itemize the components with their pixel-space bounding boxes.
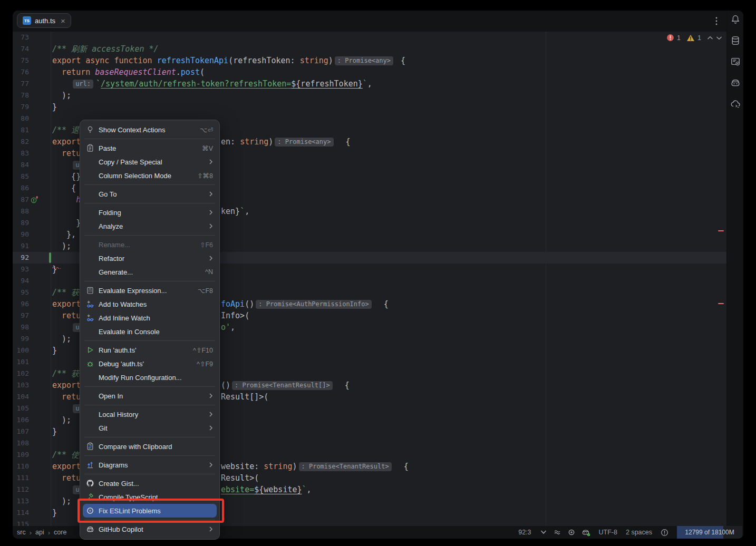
menu-item-add-to-watches[interactable]: Add to Watches: [80, 297, 219, 311]
line-number[interactable]: 85: [13, 171, 29, 182]
line-number[interactable]: 82: [13, 136, 29, 148]
indent-style[interactable]: 2 spaces: [626, 529, 652, 536]
code-line[interactable]: 75export async function refreshTokenApi(…: [13, 55, 726, 66]
line-number[interactable]: 74: [13, 43, 29, 55]
line-number[interactable]: 102: [13, 368, 29, 379]
line-number[interactable]: 88: [13, 206, 29, 217]
line-number[interactable]: 96: [13, 298, 29, 310]
eslint-status-icon[interactable]: [568, 529, 575, 536]
line-number[interactable]: 80: [13, 113, 29, 124]
line-number[interactable]: 100: [13, 345, 29, 356]
line-number[interactable]: 107: [13, 426, 29, 437]
inspection-status-icon[interactable]: [661, 529, 668, 537]
line-number[interactable]: 113: [13, 495, 29, 507]
line-number[interactable]: 75: [13, 55, 29, 66]
error-stripe-mark[interactable]: [718, 230, 724, 231]
menu-item-compare-with-clipboard[interactable]: Compare with Clipboard: [80, 440, 219, 453]
menu-item-analyze[interactable]: Analyze: [80, 219, 219, 233]
menu-item-add-inline-watch[interactable]: Add Inline Watch: [80, 311, 219, 325]
tab-close-icon[interactable]: ×: [61, 17, 65, 25]
vcs-update-icon[interactable]: [540, 529, 547, 536]
line-number[interactable]: 104: [13, 391, 29, 403]
line-number[interactable]: 111: [13, 472, 29, 484]
error-icon[interactable]: [666, 34, 674, 42]
menu-item-evaluate-in-console[interactable]: Evaluate in Console: [80, 325, 219, 338]
line-number[interactable]: 83: [13, 148, 29, 159]
code-line[interactable]: 74/** 刷新 accessToken */: [13, 43, 726, 55]
breadcrumb-api[interactable]: api: [35, 529, 44, 536]
code-line[interactable]: 73: [13, 32, 726, 43]
menu-item-fix-eslint-problems[interactable]: Fix ESLint Problems: [83, 504, 217, 518]
caret-position[interactable]: 92:3: [518, 529, 531, 536]
line-number[interactable]: 98: [13, 321, 29, 333]
waves-icon[interactable]: [554, 529, 561, 536]
line-number[interactable]: 79: [13, 101, 29, 113]
line-number[interactable]: 114: [13, 507, 29, 519]
code-line[interactable]: 76 return baseRequestClient.post(: [13, 66, 726, 78]
menu-item-modify-run-configuration[interactable]: Modify Run Configuration...: [80, 370, 219, 384]
error-stripe-mark[interactable]: [718, 303, 724, 304]
line-number[interactable]: 94: [13, 275, 29, 287]
menu-item-compile-typescript[interactable]: Compile TypeScript: [80, 490, 219, 504]
menu-item-show-context-actions[interactable]: Show Context Actions⌥⏎: [80, 123, 219, 136]
line-number[interactable]: 93: [13, 264, 29, 275]
notes-panel-icon[interactable]: [730, 56, 741, 67]
menu-item-evaluate-expression[interactable]: Evaluate Expression...⌥F8: [80, 284, 219, 297]
breadcrumb-src[interactable]: src: [17, 529, 26, 536]
database-icon[interactable]: [730, 35, 741, 46]
line-number[interactable]: 110: [13, 461, 29, 472]
line-number[interactable]: 97: [13, 310, 29, 321]
line-number[interactable]: 101: [13, 356, 29, 368]
menu-item-open-in[interactable]: Open In: [80, 389, 219, 403]
menu-item-rename[interactable]: Rename...⇧F6: [80, 238, 219, 251]
line-number[interactable]: 103: [13, 379, 29, 391]
menu-item-create-gist[interactable]: Create Gist...: [80, 476, 219, 490]
line-number[interactable]: 86: [13, 182, 29, 194]
kebab-menu-icon[interactable]: [712, 16, 721, 26]
line-number[interactable]: 108: [13, 437, 29, 449]
line-number[interactable]: 76: [13, 66, 29, 78]
line-number[interactable]: 112: [13, 484, 29, 495]
tab-auth-ts[interactable]: TS auth.ts ×: [17, 13, 71, 28]
line-number[interactable]: 73: [13, 32, 29, 43]
menu-item-copy-paste-special[interactable]: Copy / Paste Special: [80, 155, 219, 169]
copilot-status-icon[interactable]: [581, 529, 590, 537]
line-number[interactable]: 109: [13, 449, 29, 461]
line-number[interactable]: 115: [13, 519, 29, 526]
line-number[interactable]: 95: [13, 287, 29, 298]
memory-indicator[interactable]: 12799 of 18100M: [677, 526, 742, 539]
line-number[interactable]: 99: [13, 333, 29, 345]
next-problem-chevron-down-icon[interactable]: [716, 36, 722, 40]
line-number[interactable]: 106: [13, 414, 29, 426]
line-number[interactable]: 87: [13, 194, 29, 206]
cloud-code-icon[interactable]: [730, 98, 741, 110]
notifications-bell-icon[interactable]: [730, 14, 741, 25]
menu-item-folding[interactable]: Folding: [80, 206, 219, 219]
menu-item-refactor[interactable]: Refactor: [80, 251, 219, 265]
github-copilot-icon[interactable]: [730, 77, 741, 89]
menu-item-generate[interactable]: Generate...^N: [80, 265, 219, 279]
file-encoding[interactable]: UTF-8: [599, 529, 617, 536]
previous-problem-chevron-up-icon[interactable]: [707, 36, 713, 40]
menu-item-paste[interactable]: Paste⌘V: [80, 141, 219, 155]
line-number[interactable]: 105: [13, 403, 29, 414]
line-number[interactable]: 91: [13, 240, 29, 252]
line-number[interactable]: 90: [13, 229, 29, 240]
code-line[interactable]: 78 );: [13, 90, 726, 101]
line-number[interactable]: 89: [13, 217, 29, 229]
line-number[interactable]: 81: [13, 124, 29, 136]
line-number[interactable]: 78: [13, 90, 29, 101]
breadcrumb-core[interactable]: core: [54, 529, 66, 536]
menu-item-debug-auth-ts[interactable]: Debug 'auth.ts'^⇧F9: [80, 357, 219, 370]
line-number[interactable]: 84: [13, 159, 29, 171]
menu-item-go-to[interactable]: Go To: [80, 187, 219, 201]
menu-item-column-selection-mode[interactable]: Column Selection Mode⇧⌘8: [80, 169, 219, 182]
menu-item-local-history[interactable]: Local History: [80, 407, 219, 421]
line-number[interactable]: 92: [13, 252, 29, 264]
warning-icon[interactable]: [686, 34, 695, 42]
menu-item-git[interactable]: Git: [80, 421, 219, 435]
menu-item-run-auth-ts[interactable]: Run 'auth.ts'^⇧F10: [80, 343, 219, 357]
code-line[interactable]: 77 url:`/system/auth/refresh-token?refre…: [13, 78, 726, 90]
menu-item-github-copilot[interactable]: GitHub Copilot: [80, 522, 219, 536]
code-line[interactable]: 79}: [13, 101, 726, 113]
